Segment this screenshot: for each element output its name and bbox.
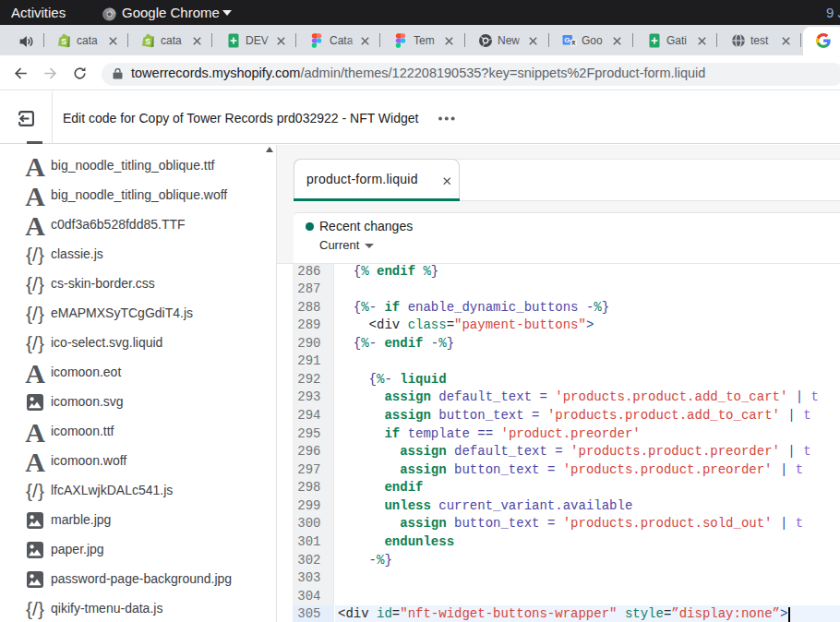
svg-text:G: G — [564, 36, 570, 44]
svg-text:S: S — [61, 37, 66, 46]
svg-text:S: S — [145, 37, 150, 46]
